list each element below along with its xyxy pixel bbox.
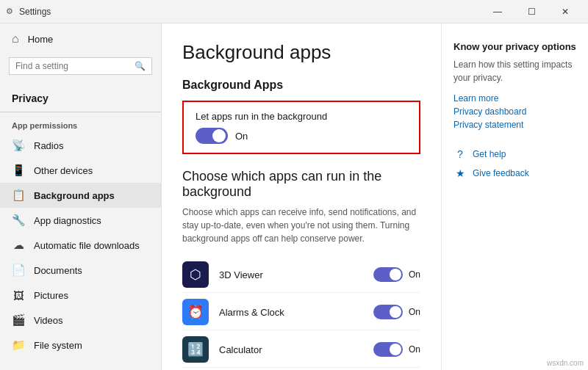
give-feedback-label[interactable]: Give feedback [473,168,529,178]
toggle-knob-calculator [390,344,401,355]
toggle-knob [212,129,226,142]
give-feedback-item[interactable]: ★ Give feedback [453,167,576,180]
app-toggle-alarms[interactable] [373,305,403,319]
file-system-icon: 📁 [12,338,25,352]
app-state-3d-viewer: On [409,269,420,280]
search-box[interactable]: 🔍 [9,57,152,75]
close-button[interactable]: ✕ [548,0,582,23]
app-name-alarms: Alarms & Clock [219,307,363,318]
background-apps-icon: 📋 [12,189,25,202]
sidebar-item-file-system[interactable]: 📁 File system [0,333,161,358]
app-state-calculator: On [409,344,420,355]
section-title: Background Apps [182,79,420,92]
get-help-icon: ? [453,148,467,161]
videos-icon: 🎬 [12,313,25,327]
app-toggle-row-calculator: On [373,342,420,357]
sidebar-item-label-app-diagnostics: App diagnostics [34,215,101,226]
app-diagnostics-icon: 🔧 [12,214,25,227]
sidebar-item-auto-downloads[interactable]: ☁ Automatic file downloads [0,233,161,258]
get-help-label[interactable]: Get help [473,149,506,159]
toggle-box-label: Let apps run in the background [196,111,407,122]
title-bar-controls: — ☐ ✕ [481,0,582,23]
pictures-icon: 🖼 [12,289,25,302]
feedback-section: ? Get help ★ Give feedback [453,148,576,180]
sidebar-item-label-background-apps: Background apps [34,190,115,201]
app-row-calculator: 🔢 Calculator On [182,332,420,368]
sidebar-item-label-pictures: Pictures [34,290,68,301]
sidebar-item-label-radios: Radios [34,140,63,151]
maximize-button[interactable]: ☐ [514,0,548,23]
app-row-alarms: ⏰ Alarms & Clock On [182,294,420,330]
app-icon-3d-viewer: ⬡ [182,261,209,288]
app-icon-alarms: ⏰ [182,299,209,325]
search-input[interactable] [15,61,130,71]
title-bar: ⚙ Settings — ☐ ✕ [0,0,588,23]
sidebar-item-pictures[interactable]: 🖼 Pictures [0,283,161,308]
auto-downloads-icon: ☁ [12,239,25,252]
privacy-statement-link[interactable]: Privacy statement [453,120,576,130]
app-name-3d-viewer: 3D Viewer [219,269,363,280]
other-devices-icon: 📱 [12,164,25,177]
learn-more-link[interactable]: Learn more [453,93,576,104]
app-row-3d-viewer: ⬡ 3D Viewer On [182,257,420,293]
app-toggle-row-3d-viewer: On [373,267,420,282]
watermark: wsxdn.com [547,359,584,367]
right-panel-title: Know your privacy options [453,41,576,52]
sidebar-item-background-apps[interactable]: 📋 Background apps [0,183,161,208]
main-content: Background apps Background Apps Let apps… [162,23,441,370]
app-list: ⬡ 3D Viewer On ⏰ Alarms & Clock On [182,257,420,370]
main-toggle-switch[interactable] [196,128,228,144]
search-icon: 🔍 [135,61,146,71]
sidebar-item-label-auto-downloads: Automatic file downloads [34,240,140,251]
get-help-item[interactable]: ? Get help [453,148,576,161]
app-state-alarms: On [409,307,420,317]
app-toggle-calculator[interactable] [373,342,403,357]
home-label: Home [28,34,54,45]
title-bar-left: ⚙ Settings [6,7,481,17]
give-feedback-icon: ★ [453,167,467,180]
toggle-knob-3d-viewer [390,269,401,280]
app-container: ⌂ Home 🔍 Privacy App permissions 📡 Radio… [0,23,588,370]
sidebar-item-other-devices[interactable]: 📱 Other devices [0,158,161,183]
privacy-label: Privacy [0,84,161,109]
sidebar-item-documents[interactable]: 📄 Documents [0,258,161,283]
sidebar-item-label-videos: Videos [34,315,63,326]
minimize-button[interactable]: — [481,0,514,23]
documents-icon: 📄 [12,264,25,277]
toggle-box: Let apps run in the background On [182,101,420,154]
sidebar-item-label-other-devices: Other devices [34,165,93,176]
privacy-dashboard-link[interactable]: Privacy dashboard [453,106,576,117]
title-bar-title: Settings [19,7,51,17]
toggle-knob-alarms [390,306,401,318]
app-toggle-row-alarms: On [373,305,420,319]
app-icon-calculator: 🔢 [182,336,209,363]
toggle-row: On [196,128,407,144]
sidebar-item-videos[interactable]: 🎬 Videos [0,308,161,333]
settings-icon: ⚙ [6,7,13,16]
sidebar: ⌂ Home 🔍 Privacy App permissions 📡 Radio… [0,23,162,370]
sidebar-item-label-file-system: File system [34,340,82,351]
sidebar-item-app-diagnostics[interactable]: 🔧 App diagnostics [0,208,161,233]
sidebar-item-label-documents: Documents [34,265,82,276]
app-toggle-3d-viewer[interactable] [373,267,403,282]
choose-desc: Choose which apps can receive info, send… [182,206,420,245]
choose-title: Choose which apps can run in the backgro… [182,169,420,200]
home-icon: ⌂ [12,32,19,46]
radios-icon: 📡 [12,139,25,152]
app-name-calculator: Calculator [219,344,363,355]
sidebar-item-home[interactable]: ⌂ Home [0,23,161,54]
right-panel: Know your privacy options Learn how this… [441,23,588,370]
sidebar-item-radios[interactable]: 📡 Radios [0,133,161,158]
sidebar-divider [0,112,161,112]
toggle-state-label: On [235,131,248,142]
right-panel-desc: Learn how this setting impacts your priv… [453,58,576,84]
page-title: Background apps [182,41,420,64]
app-permissions-label: App permissions [0,115,161,133]
